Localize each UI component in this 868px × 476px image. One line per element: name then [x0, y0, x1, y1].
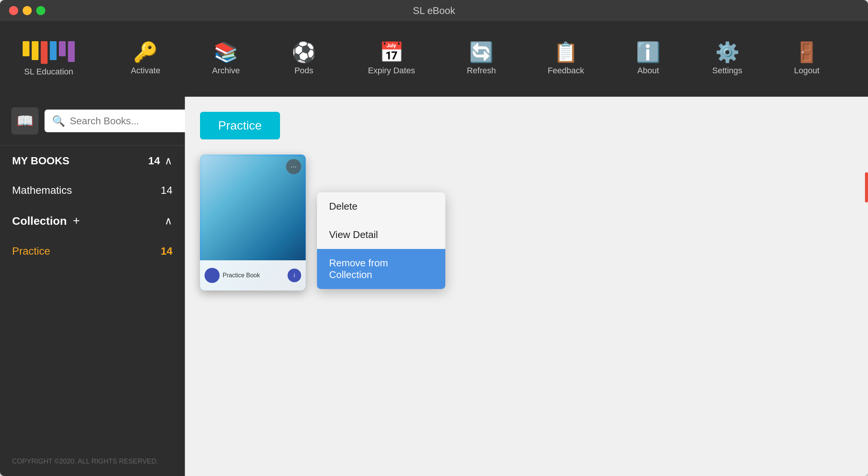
logout-label: Logout — [794, 66, 819, 76]
feedback-label: Feedback — [548, 66, 584, 76]
logo-bar-2 — [32, 41, 38, 60]
context-menu: Delete View Detail Remove from Collectio… — [317, 192, 445, 289]
maximize-button[interactable] — [36, 6, 45, 15]
practice-tab[interactable]: Practice — [200, 112, 280, 139]
my-books-chevron: ∧ — [165, 155, 172, 167]
expiry-dates-label: Expiry Dates — [368, 66, 415, 76]
nav-item-activate[interactable]: 🔑 Activate — [122, 36, 169, 82]
archive-icon: 📚 — [214, 42, 238, 62]
my-books-title: MY BOOKS — [12, 155, 69, 167]
books-area: ⋯ Practice Book i Delete View Detail Rem… — [200, 155, 853, 291]
sidebar-header: 📖 🔍 — [0, 97, 185, 145]
close-button[interactable] — [9, 6, 18, 15]
my-books-count: 14 — [148, 155, 160, 167]
collection-header[interactable]: Collection + ∧ — [0, 205, 185, 237]
library-icon-box: 📖 — [11, 107, 38, 134]
mathematics-count: 14 — [161, 184, 172, 196]
nav-item-pods[interactable]: ⚽ Pods — [283, 36, 325, 82]
window-title: SL eBook — [413, 5, 455, 17]
book-badge-icon: ⋯ — [291, 163, 297, 170]
add-collection-icon[interactable]: + — [73, 214, 80, 228]
book-avatar — [205, 268, 220, 283]
nav-item-logout[interactable]: 🚪 Logout — [785, 36, 828, 82]
my-books-count-row: 14 ∧ — [148, 155, 172, 167]
window-controls — [9, 6, 45, 15]
nav-item-refresh[interactable]: 🔄 Refresh — [458, 36, 505, 82]
main-layout: 📖 🔍 MY BOOKS 14 ∧ — [0, 97, 868, 476]
app-window: SL eBook SL Education 🔑 Activate 📚 Archi… — [0, 0, 868, 476]
nav-item-about[interactable]: ℹ️ About — [627, 36, 669, 82]
feedback-icon: 📋 — [554, 42, 578, 62]
book-top-badge: ⋯ — [286, 159, 301, 174]
settings-label: Settings — [712, 66, 742, 76]
expiry-dates-icon: 📅 — [379, 42, 404, 62]
collection-title-row: Collection + — [12, 214, 80, 228]
book-info-icon: i — [294, 272, 295, 278]
nav-item-expiry-dates[interactable]: 📅 Expiry Dates — [359, 36, 424, 82]
my-books-section: MY BOOKS 14 ∧ Mathematics 14 — [0, 145, 185, 205]
refresh-icon: 🔄 — [469, 42, 494, 62]
context-menu-view-detail[interactable]: View Detail — [317, 221, 445, 249]
nav-items: 🔑 Activate 📚 Archive ⚽ Pods 📅 Expiry Dat… — [105, 36, 845, 82]
nav-item-feedback[interactable]: 📋 Feedback — [539, 36, 593, 82]
activate-label: Activate — [131, 66, 160, 76]
logo-area: SL Education — [23, 41, 75, 77]
refresh-label: Refresh — [467, 66, 496, 76]
logo-bars — [23, 41, 75, 64]
book-title: Practice Book — [223, 272, 285, 279]
logo-bar-3 — [41, 41, 48, 64]
logo-bar-1 — [23, 41, 29, 56]
book-info-badge: i — [288, 269, 301, 282]
nav-item-settings[interactable]: ⚙️ Settings — [703, 36, 751, 82]
about-icon: ℹ️ — [636, 42, 660, 62]
logo-bar-4 — [50, 41, 57, 60]
search-input[interactable] — [70, 115, 192, 127]
my-books-title-row: MY BOOKS — [12, 155, 69, 167]
collection-section: Collection + ∧ Practice 14 — [0, 205, 185, 266]
my-books-header[interactable]: MY BOOKS 14 ∧ — [0, 145, 185, 176]
copyright: COPYRIGHT ©2020. ALL RIGHTS RESERVED. — [0, 447, 185, 476]
logout-icon: 🚪 — [794, 42, 819, 62]
title-bar: SL eBook — [0, 0, 868, 21]
search-box[interactable]: 🔍 — [45, 110, 200, 132]
sidebar: 📖 🔍 MY BOOKS 14 ∧ — [0, 97, 185, 476]
scroll-indicator — [865, 172, 868, 202]
activate-icon: 🔑 — [133, 42, 158, 62]
book-overlay: Practice Book i — [200, 260, 306, 291]
context-menu-remove-from-collection[interactable]: Remove from Collection — [317, 249, 445, 289]
pods-icon: ⚽ — [292, 42, 316, 62]
collection-chevron: ∧ — [165, 215, 172, 227]
sidebar-item-practice[interactable]: Practice 14 — [0, 237, 185, 266]
content-area: Practice ⋯ Practice Book i — [185, 97, 868, 476]
collection-title: Collection — [12, 215, 67, 227]
pods-label: Pods — [294, 66, 313, 76]
logo-label: SL Education — [24, 67, 73, 77]
practice-count: 14 — [161, 245, 172, 257]
context-menu-delete[interactable]: Delete — [317, 192, 445, 221]
settings-icon: ⚙️ — [715, 42, 740, 62]
book-card[interactable]: ⋯ Practice Book i — [200, 155, 306, 291]
minimize-button[interactable] — [23, 6, 32, 15]
logo-bar-5 — [59, 41, 66, 56]
archive-label: Archive — [212, 66, 240, 76]
sidebar-item-mathematics[interactable]: Mathematics 14 — [0, 176, 185, 205]
library-icon: 📖 — [17, 113, 34, 129]
nav-item-archive[interactable]: 📚 Archive — [203, 36, 249, 82]
practice-label: Practice — [12, 245, 50, 257]
about-label: About — [637, 66, 659, 76]
top-nav: SL Education 🔑 Activate 📚 Archive ⚽ Pods… — [0, 21, 868, 97]
search-icon: 🔍 — [52, 115, 65, 127]
logo-bar-6 — [68, 41, 75, 62]
mathematics-label: Mathematics — [12, 184, 72, 196]
